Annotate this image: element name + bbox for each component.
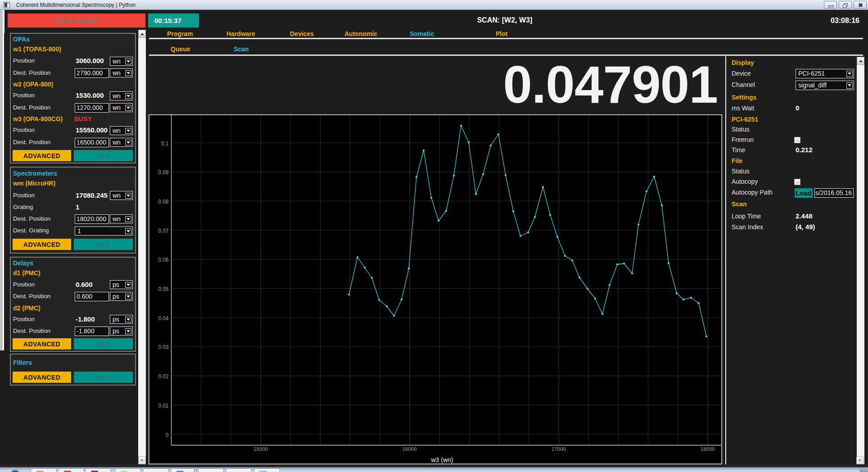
svg-text:15000: 15000 (253, 446, 268, 452)
svg-text:17000: 17000 (552, 446, 566, 452)
svg-text:0.03: 0.03 (158, 344, 169, 350)
svg-text:0.01: 0.01 (158, 403, 169, 409)
svg-text:0.06: 0.06 (158, 257, 169, 263)
svg-text:0.02: 0.02 (158, 373, 169, 380)
svg-text:0: 0 (166, 432, 169, 438)
svg-text:w3 (wn): w3 (wn) (430, 456, 453, 463)
svg-text:16000: 16000 (402, 446, 417, 452)
svg-text:0.04: 0.04 (158, 315, 169, 322)
svg-text:0.07: 0.07 (158, 228, 169, 234)
svg-text:0.08: 0.08 (158, 199, 169, 205)
svg-text:0.05: 0.05 (158, 286, 169, 292)
svg-text:0.09: 0.09 (158, 169, 169, 176)
svg-text:0.1: 0.1 (161, 141, 169, 147)
svg-text:18000: 18000 (701, 446, 715, 452)
